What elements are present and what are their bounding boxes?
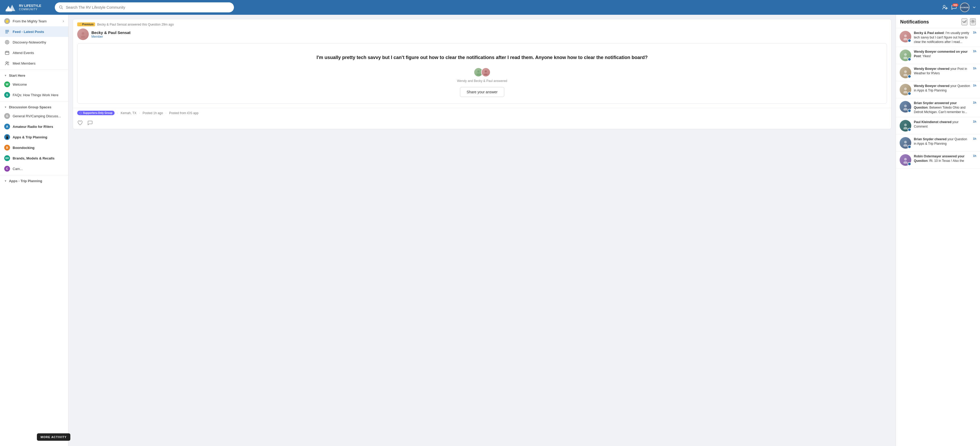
main-content: Premium Becky & Paul Sensat answered thi… (68, 15, 896, 446)
sidebar-item-faqs[interactable]: S FAQs: How Things Work Here (0, 90, 68, 100)
messages-button[interactable]: 556 (951, 5, 957, 10)
dropdown-button[interactable] (973, 6, 976, 9)
mark-all-read-button[interactable] (962, 18, 967, 25)
sidebar-item-camp[interactable]: C Cam... (0, 163, 68, 174)
svg-point-13 (5, 40, 9, 44)
camp-icon: C (4, 166, 10, 172)
sidebar-item-welcome[interactable]: W Welcome (0, 79, 68, 90)
sidebar-divider-3 (0, 175, 68, 175)
meta-dot-1: · (117, 111, 118, 115)
start-here-label: Start Here (9, 73, 25, 78)
svg-point-7 (943, 5, 945, 7)
sidebar-item-general-rv[interactable]: G General RV/Camping Discuss... (0, 111, 68, 121)
svg-point-35 (903, 74, 908, 76)
notification-item[interactable]: Brian Snyder answered your Question: Bet… (896, 98, 980, 117)
notif-avatar-wrap (900, 67, 911, 78)
notif-avatar-wrap (900, 120, 911, 132)
share-answer-button[interactable]: Share your answer (460, 87, 504, 97)
notification-item[interactable]: Wendy Bowyer commented on your Post: Yik… (896, 47, 980, 64)
notif-time: 1h (973, 101, 976, 104)
notification-item[interactable]: Robin Ostermayer answered your Question:… (896, 151, 980, 169)
notification-item[interactable]: Brian Snyder cheered your Question in Ap… (896, 134, 980, 151)
notification-item[interactable]: Wendy Bowyer cheered your Question in Ap… (896, 81, 980, 98)
discussion-section-label: Discussion Group Spaces (9, 105, 51, 109)
notification-item[interactable]: Becky & Paul asked: I'm usually pretty t… (896, 28, 980, 47)
svg-line-6 (62, 8, 63, 9)
comment-button[interactable] (87, 120, 93, 126)
sidebar-item-events[interactable]: Attend Events (0, 48, 68, 58)
discussion-arrow: ▼ (4, 106, 7, 108)
svg-rect-15 (5, 51, 9, 54)
notif-unread-dot (908, 57, 911, 61)
notifications-panel: Notifications (896, 15, 980, 446)
sidebar-section-start-here[interactable]: ▼ Start Here (0, 71, 68, 79)
post-actions (73, 118, 891, 129)
meta-dot-2: · (139, 111, 140, 115)
sidebar-item-members[interactable]: Meet Members (0, 58, 68, 68)
sidebar-item-mighty-team[interactable]: ⭐ From the Mighty Team › (0, 16, 68, 26)
author-avatar (77, 29, 89, 40)
add-member-button[interactable] (942, 5, 948, 10)
notif-unread-dot (908, 92, 911, 96)
svg-point-29 (972, 21, 974, 22)
user-avatar[interactable]: FOUNDER (960, 3, 969, 12)
notifications-settings-button[interactable] (970, 18, 976, 25)
svg-point-30 (904, 35, 907, 37)
members-icon (4, 61, 10, 66)
sidebar-label-members: Meet Members (13, 61, 35, 65)
search-bar[interactable] (55, 2, 234, 13)
notif-body: Wendy Bowyer cheered your Post in Weathe… (914, 67, 970, 76)
post-location: Kemah, TX (121, 111, 137, 115)
notification-item[interactable]: Paul Kleindienst cheered your Comment 1h (896, 117, 980, 134)
svg-point-27 (484, 73, 488, 75)
notif-time: 1h (973, 120, 976, 123)
notif-body: Robin Ostermayer answered your Question:… (914, 154, 970, 163)
sidebar-divider-2 (0, 101, 68, 102)
sidebar-section-discussion[interactable]: ▼ Discussion Group Spaces (0, 102, 68, 111)
sidebar-item-amateur-radio[interactable]: A Amateur Radio for RVers (0, 121, 68, 132)
sidebar-item-brands[interactable]: BR Brands, Models & Recalls (0, 153, 68, 163)
svg-point-14 (6, 41, 8, 43)
notif-body: Becky & Paul asked: I'm usually pretty t… (914, 31, 970, 44)
svg-point-40 (904, 124, 907, 126)
like-button[interactable] (77, 120, 83, 126)
notif-unread-dot (908, 39, 911, 43)
search-input[interactable] (66, 5, 230, 10)
svg-point-45 (903, 161, 908, 164)
notif-text: Robin Ostermayer answered your Question:… (914, 154, 970, 163)
post-answered-text: Becky & Paul Sensat answered this Questi… (97, 23, 174, 26)
sidebar-item-apps-trip[interactable]: 📱 Apps & Trip Planning (0, 132, 68, 142)
more-activity-toast[interactable]: MORE ACTIVITY (37, 433, 70, 441)
notif-avatar-wrap (900, 31, 911, 43)
discovery-icon (4, 39, 10, 45)
notif-text: Wendy Bowyer cheered your Post in Weathe… (914, 67, 970, 76)
sidebar: ⭐ From the Mighty Team › Feed - Latest P… (0, 15, 68, 446)
author-info: Becky & Paul Sensat Member (91, 30, 130, 38)
sidebar-section-apps[interactable]: ▼ Apps - Trip Planning (0, 176, 68, 185)
svg-point-4 (10, 11, 11, 12)
sidebar-label-events: Attend Events (13, 51, 34, 55)
sidebar-top-section: ⭐ From the Mighty Team › Feed - Latest P… (0, 15, 68, 68)
sidebar-item-discovery[interactable]: Discovery-Noteworthy (0, 37, 68, 48)
post-header: Premium Becky & Paul Sensat answered thi… (73, 19, 891, 29)
sidebar-item-boondocking[interactable]: B Boondocking (0, 142, 68, 153)
notif-header-actions (962, 18, 976, 25)
notification-item[interactable]: Wendy Bowyer cheered your Post in Weathe… (896, 64, 980, 81)
notif-avatar-wrap (900, 84, 911, 96)
svg-point-20 (8, 62, 9, 63)
svg-point-3 (6, 11, 7, 12)
svg-rect-12 (5, 33, 8, 33)
sidebar-label-discovery: Discovery-Noteworthy (13, 40, 46, 44)
svg-point-36 (904, 88, 907, 90)
notif-text: Paul Kleindienst cheered your Comment (914, 120, 970, 129)
notif-text: Wendy Bowyer commented on your Post: Yik… (914, 49, 970, 59)
question-text: I'm usually pretty tech savvy but I can'… (84, 54, 880, 61)
logo-icon (4, 2, 17, 13)
events-icon (4, 50, 10, 56)
svg-point-44 (904, 158, 907, 161)
svg-rect-21 (79, 24, 81, 25)
sidebar-item-feed[interactable]: Feed - Latest Posts (0, 26, 68, 37)
sidebar-label-brands: Brands, Models & Recalls (13, 156, 54, 160)
search-icon (59, 5, 63, 10)
notif-unread-dot (908, 128, 911, 132)
